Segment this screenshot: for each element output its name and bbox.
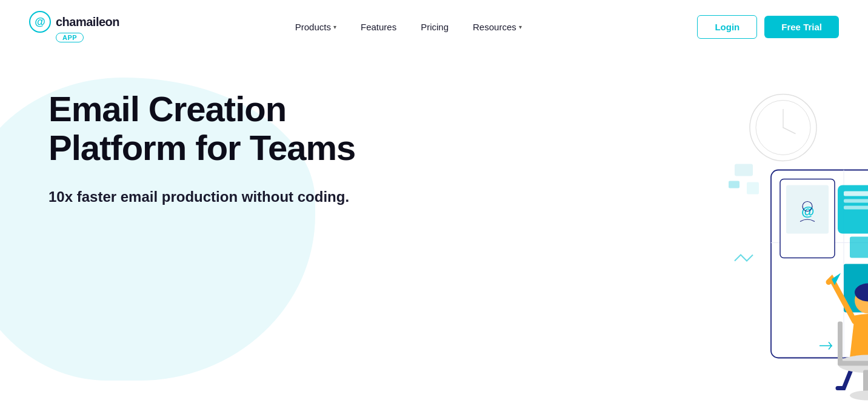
svg-rect-5 [729, 181, 739, 188]
logo-badge: APP [56, 33, 84, 42]
logo-name: chamaileon [56, 15, 119, 29]
logo-at-icon: @ [29, 11, 51, 33]
free-trial-button[interactable]: Free Trial [764, 16, 839, 38]
svg-rect-21 [850, 237, 868, 258]
hero-content: Email Creation Platform for Teams 10x fa… [48, 78, 364, 207]
svg-rect-4 [735, 164, 753, 176]
chevron-down-icon: ▾ [519, 24, 522, 30]
nav-item-products[interactable]: Products ▾ [285, 17, 346, 37]
svg-rect-45 [863, 370, 868, 395]
svg-rect-15 [844, 199, 868, 203]
svg-rect-16 [844, 206, 868, 210]
nav-actions: Login Free Trial [697, 15, 839, 39]
navbar: @ chamaileon APP Products ▾ Features Pri… [0, 0, 868, 53]
hero-section: Email Creation Platform for Teams 10x fa… [0, 53, 868, 403]
login-button[interactable]: Login [697, 15, 757, 39]
svg-point-46 [850, 391, 868, 401]
svg-rect-19 [844, 264, 868, 271]
svg-rect-14 [844, 192, 868, 196]
logo[interactable]: @ chamaileon APP [29, 11, 119, 42]
chevron-down-icon: ▾ [333, 24, 336, 30]
svg-rect-44 [838, 322, 843, 364]
nav-item-resources[interactable]: Resources ▾ [463, 17, 532, 37]
nav-links: Products ▾ Features Pricing Resources ▾ [285, 17, 532, 37]
hero-illustration: @ [407, 53, 868, 403]
nav-item-pricing[interactable]: Pricing [411, 17, 458, 37]
hero-subtitle: 10x faster email production without codi… [48, 187, 364, 207]
hero-title: Email Creation Platform for Teams [48, 90, 364, 167]
svg-rect-32 [747, 182, 759, 195]
nav-item-features[interactable]: Features [351, 17, 406, 37]
svg-line-3 [783, 128, 795, 134]
